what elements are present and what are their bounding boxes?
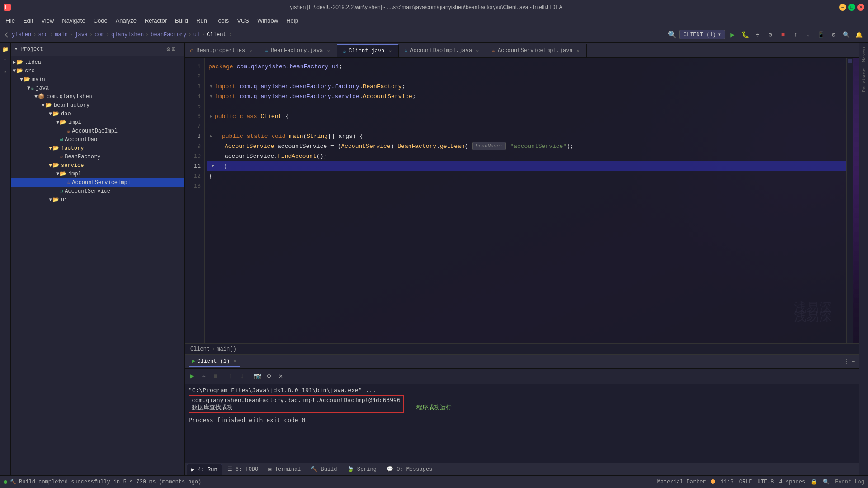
profile-button[interactable]: ⚙ xyxy=(765,29,776,40)
git-pull-button[interactable]: ↓ xyxy=(803,29,814,40)
menu-view[interactable]: View xyxy=(38,15,57,26)
btab-build[interactable]: 🔨 Build xyxy=(306,464,341,474)
fold-8[interactable]: ▶ xyxy=(208,133,214,139)
menu-window[interactable]: Window xyxy=(254,15,282,26)
tab-accountdaoimpl[interactable]: ☕ AccountDaoImpl.java ✕ xyxy=(399,44,486,57)
menu-run[interactable]: Run xyxy=(193,15,211,26)
status-encoding[interactable]: UTF-8 xyxy=(758,479,774,485)
minimize-button[interactable]: – xyxy=(839,4,846,11)
menu-analyze[interactable]: Analyze xyxy=(112,15,140,26)
stop-button[interactable]: ■ xyxy=(778,29,788,40)
bc-yishen[interactable]: yishen xyxy=(12,32,31,38)
fold-6[interactable]: ▶ xyxy=(208,114,214,119)
tab-client[interactable]: ☕ Client.java ✕ xyxy=(337,44,399,57)
tab-accountdaoimpl-close[interactable]: ✕ xyxy=(475,47,481,54)
run-screenshot-button[interactable]: 📷 xyxy=(252,371,263,382)
run-restart-button[interactable]: ▶ xyxy=(187,371,198,382)
tab-client-close[interactable]: ✕ xyxy=(387,48,393,55)
rsidebar-maven[interactable]: Maven xyxy=(860,44,868,65)
run-config-selector[interactable]: CLIENT (1) ▾ xyxy=(679,30,725,39)
search-button[interactable]: 🔍 xyxy=(841,29,852,40)
editor-bc-main[interactable]: main() xyxy=(217,346,236,352)
run-scroll-down-button[interactable]: ↓ xyxy=(237,371,248,382)
tree-item-service-impl[interactable]: ▼ 📂 impl xyxy=(11,170,184,178)
tree-item-idea[interactable]: ▶ 📂 .idea xyxy=(11,58,184,66)
fold-3[interactable]: ▼ xyxy=(208,84,214,89)
btab-terminal[interactable]: ▣ Terminal xyxy=(264,464,305,474)
status-theme[interactable]: Material Darker xyxy=(657,479,715,485)
run-tab-client[interactable]: ▶ Client (1) ✕ xyxy=(189,356,240,367)
phone-button[interactable]: 📱 xyxy=(816,29,826,40)
tree-item-src[interactable]: ▼ 📂 src xyxy=(11,66,184,75)
fold-11[interactable]: ▼ xyxy=(210,163,216,169)
tree-item-ui[interactable]: ▼ 📂 ui xyxy=(11,195,184,204)
bc-client[interactable]: Client xyxy=(207,32,226,38)
tab-accountserviceimpl[interactable]: ☕ AccountServiceImpl.java ✕ xyxy=(486,44,587,57)
bc-qianyishen[interactable]: qianyishen xyxy=(111,32,144,38)
run-settings-button[interactable]: ⚙ xyxy=(264,371,274,382)
tree-item-factory[interactable]: ▼ 📂 factory xyxy=(11,144,184,152)
coverage-button[interactable]: ☂ xyxy=(752,29,763,40)
menu-build[interactable]: Build xyxy=(171,15,192,26)
menu-navigate[interactable]: Navigate xyxy=(58,15,89,26)
project-icon[interactable]: 📁 xyxy=(0,44,10,54)
menu-code[interactable]: Code xyxy=(90,15,111,26)
back-icon[interactable] xyxy=(4,32,10,38)
run-close-button[interactable]: ✕ xyxy=(275,371,286,382)
project-settings-icon[interactable]: ⚙ xyxy=(167,46,170,53)
tree-item-accountdaoimpl[interactable]: ☕ AccountDaoImpl xyxy=(11,127,184,135)
project-dropdown-icon[interactable]: ▾ xyxy=(14,46,18,52)
git-push-button[interactable]: ↑ xyxy=(790,29,801,40)
status-crlf[interactable]: CRLF xyxy=(739,479,752,485)
bc-main[interactable]: main xyxy=(55,32,68,38)
tree-item-accountdao[interactable]: ⊞ AccountDao xyxy=(11,135,184,144)
bc-java[interactable]: java xyxy=(75,32,88,38)
btab-todo[interactable]: ☰ 6: TODO xyxy=(223,464,263,474)
run-config-dropdown-icon[interactable]: ▾ xyxy=(718,31,721,38)
run-collapse-icon[interactable]: – xyxy=(852,358,855,365)
tree-item-service[interactable]: ▼ 📂 service xyxy=(11,161,184,170)
project-collapse-icon[interactable]: – xyxy=(177,46,181,53)
editor-bc-client[interactable]: Client xyxy=(190,346,210,352)
fold-4[interactable]: ▼ xyxy=(208,94,214,99)
run-scroll-up-button[interactable]: ↑ xyxy=(225,371,236,382)
bc-com[interactable]: com xyxy=(94,32,104,38)
close-button[interactable]: ✕ xyxy=(857,4,864,11)
menu-tools[interactable]: Tools xyxy=(212,15,232,26)
run-stop-button[interactable]: ■ xyxy=(210,371,221,382)
debug-button[interactable]: 🐛 xyxy=(740,29,750,40)
window-controls[interactable]: – □ ✕ xyxy=(839,4,864,11)
tree-item-beanfactory-class[interactable]: ☕ BeanFactory xyxy=(11,152,184,161)
tab-accountserviceimpl-close[interactable]: ✕ xyxy=(576,47,581,54)
rsidebar-database[interactable]: Database xyxy=(860,66,868,95)
btab-run[interactable]: ▶ 4: Run xyxy=(187,464,222,475)
menu-file[interactable]: File xyxy=(2,15,19,26)
tree-item-dao[interactable]: ▼ 📂 dao xyxy=(11,109,184,118)
tab-beanfactory[interactable]: ☕ BeanFactory.java ✕ xyxy=(259,44,337,57)
run-button[interactable]: ▶ xyxy=(727,29,738,40)
tree-item-dao-impl[interactable]: ▼ 📂 impl xyxy=(11,118,184,127)
status-indent[interactable]: 4 spaces xyxy=(779,479,806,485)
status-search-icon[interactable]: 🔍 xyxy=(823,479,830,485)
run-tab-close[interactable]: ✕ xyxy=(233,358,236,364)
settings-button[interactable]: ⚙ xyxy=(828,29,839,40)
tab-bean-close[interactable]: ✕ xyxy=(248,47,254,54)
run-edit-button[interactable]: ✏ xyxy=(198,371,209,382)
code-editor[interactable]: 1 2 3 4 5 6 7 8 9 10 11 12 13 xyxy=(185,58,853,343)
tree-item-java[interactable]: ▼ ☕ java xyxy=(11,84,184,92)
bc-ui[interactable]: ui xyxy=(193,32,200,38)
btab-messages[interactable]: 💬 0: Messages xyxy=(382,464,437,474)
tree-item-main[interactable]: ▼ 📂 main xyxy=(11,75,184,84)
tree-item-com[interactable]: ▼ 📦 com.qianyishen xyxy=(11,92,184,101)
project-layout-icon[interactable]: ⊞ xyxy=(172,46,175,53)
menu-refactor[interactable]: Refactor xyxy=(141,15,170,26)
search-everywhere-button[interactable]: 🔍 xyxy=(667,29,678,40)
maximize-button[interactable]: □ xyxy=(848,4,855,11)
btab-spring[interactable]: 🍃 Spring xyxy=(343,464,381,474)
bc-src[interactable]: src xyxy=(38,32,48,38)
notifications-button[interactable]: 🔔 xyxy=(854,29,864,40)
tab-beanfactory-close[interactable]: ✕ xyxy=(326,47,331,54)
status-event-log[interactable]: Event Log xyxy=(835,479,864,485)
favorites-icon[interactable]: ★ xyxy=(0,66,10,76)
tree-item-beanfactory-pkg[interactable]: ▼ 📂 beanFactory xyxy=(11,101,184,109)
